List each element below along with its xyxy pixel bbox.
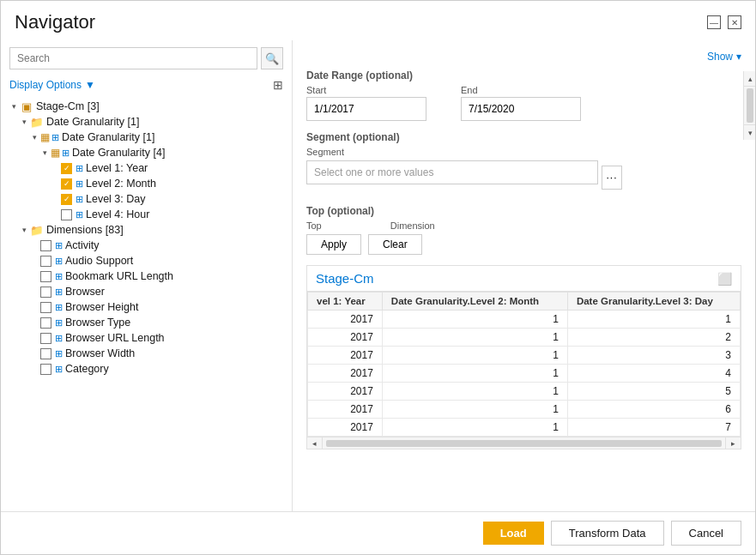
checkbox-browser-type[interactable] bbox=[40, 317, 51, 329]
tree-item-stage-cm[interactable]: ▾ ▣ Stage-Cm [3] bbox=[1, 99, 292, 114]
item-label: Level 3: Day bbox=[86, 193, 145, 205]
item-label: Date Granularity [4] bbox=[72, 147, 165, 159]
col-header-day: Date Granularity.Level 3: Day bbox=[567, 293, 740, 311]
grid-icon: ⊞ bbox=[51, 132, 59, 143]
dialog-title: Navigator bbox=[15, 11, 95, 33]
search-button[interactable]: 🔍 bbox=[261, 47, 283, 69]
scroll-up-button[interactable]: ▴ bbox=[744, 71, 755, 87]
search-input[interactable] bbox=[9, 47, 257, 69]
start-date-input[interactable] bbox=[306, 97, 426, 121]
tree-item-level-day[interactable]: ⊞ Level 3: Day bbox=[1, 191, 292, 207]
expand-arrow: ▾ bbox=[39, 147, 51, 159]
start-label: Start bbox=[306, 85, 426, 95]
checkbox-browser-url-length[interactable] bbox=[40, 333, 51, 344]
checkbox-level-month[interactable] bbox=[61, 178, 72, 190]
item-label: Date Granularity [1] bbox=[46, 116, 139, 128]
checkbox-level-day[interactable] bbox=[61, 194, 72, 205]
tree-item-bookmark-url[interactable]: ⊞ Bookmark URL Length bbox=[1, 268, 292, 284]
layout-icon[interactable]: ⊞ bbox=[273, 78, 283, 92]
checkbox-bookmark-url[interactable] bbox=[40, 271, 51, 282]
tree-item-level-month[interactable]: ⊞ Level 2: Month bbox=[1, 176, 292, 191]
item-label: Level 1: Year bbox=[86, 162, 148, 174]
scroll-right-button[interactable]: ▸ bbox=[725, 437, 741, 449]
tree-item-browser-width[interactable]: ⊞ Browser Width bbox=[1, 346, 292, 361]
date-row: Start End bbox=[306, 85, 741, 121]
table-row: 201714 bbox=[308, 365, 741, 383]
checkbox-level-year[interactable] bbox=[61, 163, 72, 174]
no-arrow bbox=[28, 332, 40, 344]
tree-item-browser[interactable]: ⊞ Browser bbox=[1, 284, 292, 299]
apply-button[interactable]: Apply bbox=[306, 234, 361, 255]
dimensions-folder-icon: 📁 bbox=[30, 224, 44, 236]
col-header-year: vel 1: Year bbox=[308, 293, 383, 311]
tree-item-audio-support[interactable]: ⊞ Audio Support bbox=[1, 253, 292, 268]
tree-item-date-gran-2[interactable]: ▾ ▦ ⊞ Date Granularity [1] bbox=[1, 130, 292, 145]
tree-item-date-gran-3[interactable]: ▾ ▦ ⊞ Date Granularity [4] bbox=[1, 145, 292, 160]
right-panel: Show ▾ Date Range (optional) Start End bbox=[293, 40, 755, 511]
end-date-input[interactable] bbox=[461, 97, 581, 121]
no-arrow bbox=[28, 270, 40, 282]
expand-arrow: ▾ bbox=[18, 224, 30, 236]
top-label: Top (optional) bbox=[306, 205, 741, 217]
cancel-button[interactable]: Cancel bbox=[671, 521, 741, 546]
clear-button[interactable]: Clear bbox=[368, 234, 422, 255]
item-label: Category bbox=[65, 363, 109, 375]
display-options-bar: Display Options ▼ ⊞ bbox=[1, 76, 292, 97]
end-date-field: End bbox=[461, 85, 581, 121]
root-icon: ▣ bbox=[20, 100, 33, 112]
preview-table-wrap[interactable]: vel 1: Year Date Granularity.Level 2: Mo… bbox=[307, 292, 741, 437]
item-label: Audio Support bbox=[65, 255, 133, 267]
level-year-icon: ⊞ bbox=[76, 163, 83, 174]
horizontal-scrollbar[interactable]: ◂ ▸ bbox=[307, 437, 741, 449]
browser-type-icon: ⊞ bbox=[55, 317, 63, 329]
title-bar: Navigator — ✕ bbox=[1, 1, 755, 40]
content-area: 🔍 Display Options ▼ ⊞ ▾ ▣ Stage-Cm [3] bbox=[1, 40, 755, 511]
browser-icon: ⊞ bbox=[55, 287, 63, 298]
transform-data-button[interactable]: Transform Data bbox=[551, 521, 664, 546]
item-label: Activity bbox=[65, 239, 100, 251]
close-button[interactable]: ✕ bbox=[728, 15, 741, 29]
export-icon-button[interactable]: ⬜ bbox=[717, 272, 732, 286]
show-row: Show ▾ bbox=[306, 51, 741, 63]
audio-icon: ⊞ bbox=[55, 256, 63, 267]
tree-item-activity[interactable]: ⊞ Activity bbox=[1, 238, 292, 253]
checkbox-browser-width[interactable] bbox=[40, 348, 51, 359]
date-range-label: Date Range (optional) bbox=[306, 69, 741, 81]
scroll-left-button[interactable]: ◂ bbox=[307, 437, 323, 449]
checkbox-category[interactable] bbox=[40, 364, 51, 375]
show-button[interactable]: Show ▾ bbox=[707, 51, 741, 63]
segment-ellipsis-button[interactable]: ··· bbox=[602, 166, 622, 190]
display-options-button[interactable]: Display Options ▼ bbox=[9, 79, 95, 91]
no-arrow bbox=[28, 286, 40, 298]
load-button[interactable]: Load bbox=[483, 522, 544, 545]
preview-header: Stage-Cm ⬜ bbox=[307, 266, 741, 292]
minimize-button[interactable]: — bbox=[707, 15, 721, 29]
segment-select[interactable]: Select one or more values bbox=[306, 160, 598, 184]
checkbox-browser-height[interactable] bbox=[40, 302, 51, 313]
item-label: Browser bbox=[65, 286, 105, 298]
no-arrow bbox=[49, 162, 61, 174]
tree-item-level-year[interactable]: ⊞ Level 1: Year bbox=[1, 160, 292, 176]
item-label: Bookmark URL Length bbox=[65, 270, 173, 282]
tree-item-level-hour[interactable]: ⊞ Level 4: Hour bbox=[1, 207, 292, 222]
scrollbar-thumb-v bbox=[747, 88, 753, 123]
checkbox-activity[interactable] bbox=[40, 240, 51, 251]
activity-icon: ⊞ bbox=[55, 240, 63, 251]
tree-item-browser-height[interactable]: ⊞ Browser Height bbox=[1, 299, 292, 315]
checkbox-audio-support[interactable] bbox=[40, 256, 51, 267]
no-arrow bbox=[28, 255, 40, 267]
scroll-down-button[interactable]: ▾ bbox=[744, 124, 755, 140]
no-arrow bbox=[28, 347, 40, 359]
tree-container[interactable]: ▾ ▣ Stage-Cm [3] ▾ 📁 Date Granularity [1… bbox=[1, 97, 292, 511]
tree-item-date-gran-1[interactable]: ▾ 📁 Date Granularity [1] bbox=[1, 114, 292, 130]
navigator-dialog: Navigator — ✕ 🔍 Display Options ▼ ⊞ bbox=[0, 0, 756, 555]
checkbox-level-hour[interactable] bbox=[61, 209, 72, 220]
no-arrow bbox=[49, 178, 61, 190]
expand-arrow: ▾ bbox=[18, 116, 30, 128]
tree-item-category[interactable]: ⊞ Category bbox=[1, 361, 292, 377]
item-label: Browser Height bbox=[65, 301, 138, 313]
tree-item-browser-url-length[interactable]: ⊞ Browser URL Length bbox=[1, 330, 292, 346]
tree-item-browser-type[interactable]: ⊞ Browser Type bbox=[1, 315, 292, 330]
checkbox-browser[interactable] bbox=[40, 287, 51, 298]
tree-item-dimensions[interactable]: ▾ 📁 Dimensions [83] bbox=[1, 222, 292, 238]
